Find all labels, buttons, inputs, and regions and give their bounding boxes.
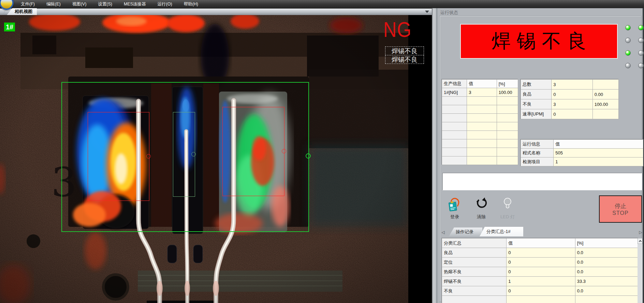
roi-defect-rect-left xyxy=(88,112,149,201)
clear-label: 清除 xyxy=(471,214,492,220)
menu-item-mes-connector[interactable]: MES连接器 xyxy=(119,0,151,8)
menu-item-run[interactable]: 运行(O) xyxy=(152,0,177,8)
table-cell xyxy=(497,148,518,156)
header-cell: [%] xyxy=(575,238,638,248)
status-led xyxy=(638,25,644,30)
table-cell xyxy=(442,148,467,156)
table-cell: 0 xyxy=(507,267,575,277)
table-cell xyxy=(442,114,467,122)
table-cell: 不良 xyxy=(521,99,552,109)
table-cell: 不良 xyxy=(442,286,507,296)
table-cell xyxy=(592,109,618,119)
table-cell: 100.00 xyxy=(592,99,618,109)
table-cell: 33.3 xyxy=(575,277,638,286)
scroll-up-icon[interactable] xyxy=(638,238,643,244)
run-info-table: 运行信息值程式名称505检测项目1 xyxy=(521,139,643,166)
table-cell xyxy=(442,97,467,105)
status-led xyxy=(638,50,644,56)
chevron-down-icon[interactable] xyxy=(425,11,429,13)
light-bulb-icon xyxy=(502,197,513,211)
roi-defect-rect-right xyxy=(222,107,284,196)
table-cell xyxy=(497,156,518,165)
status-led xyxy=(638,63,644,68)
tab-class-summary[interactable]: 分类汇总-1# xyxy=(480,227,523,236)
group-title-run-status: 运行状态 xyxy=(440,10,458,16)
menu-item-help[interactable]: 帮助(H) xyxy=(179,0,203,8)
header-cell: 值 xyxy=(467,80,497,88)
status-led xyxy=(638,38,644,43)
table-cell: 良品 xyxy=(442,248,507,258)
table-cell xyxy=(442,156,467,165)
roi-right-handle xyxy=(282,149,286,153)
stop-label-cn: 停止 xyxy=(600,202,641,210)
table-cell xyxy=(467,105,497,114)
table-cell xyxy=(497,122,518,131)
defect-label: 焊锡不良 xyxy=(385,55,424,64)
table-cell: 3 xyxy=(552,80,592,89)
table-cell: 定位 xyxy=(442,258,507,267)
inspection-result-label: NG xyxy=(383,17,412,42)
table-cell: 焊锡不良 xyxy=(442,277,507,286)
status-message-box xyxy=(442,173,642,190)
table-cell xyxy=(442,105,467,114)
login-button[interactable]: 登录 xyxy=(444,197,465,219)
table-cell xyxy=(592,80,618,89)
clear-button[interactable]: 清除 xyxy=(471,197,492,219)
header-cell: 值 xyxy=(554,140,643,149)
table-cell: 良品 xyxy=(521,89,552,99)
table-cell xyxy=(467,139,497,148)
clear-refresh-icon xyxy=(475,197,487,211)
table-cell: 速率[UPM] xyxy=(521,109,552,119)
table-cell: 检测项目 xyxy=(521,157,554,166)
table-cell xyxy=(467,114,497,122)
table-cell xyxy=(467,156,497,165)
menu-item-settings[interactable]: 设置(S) xyxy=(93,0,117,8)
menu-item-file[interactable]: 文件(F) xyxy=(16,0,40,8)
menu-bar: 文件(F) 编辑(E) 视图(V) 设置(S) MES连接器 运行(O) 帮助(… xyxy=(0,0,644,8)
table-cell xyxy=(497,105,518,114)
status-led xyxy=(625,50,631,56)
table-cell xyxy=(442,139,467,148)
table-cell: 0 xyxy=(507,286,575,296)
table-cell: 0.0 xyxy=(575,258,638,267)
status-led xyxy=(625,25,631,30)
table-cell xyxy=(497,139,518,148)
table-cell xyxy=(467,97,497,105)
table-cell: 1#[NG] xyxy=(442,88,467,97)
camera-id-badge: 1# xyxy=(4,23,15,31)
menu-item-view[interactable]: 视图(V) xyxy=(67,0,92,8)
result-banner: 焊锡不良 xyxy=(460,24,618,59)
table-cell xyxy=(467,148,497,156)
table-cell: 0 xyxy=(552,109,592,119)
status-led xyxy=(625,63,631,68)
defect-label: 焊锡不良 xyxy=(385,46,424,55)
table-cell: 3 xyxy=(467,88,497,97)
header-cell: 值 xyxy=(507,238,575,248)
totals-table: 总数3良品00.00不良3100.00速率[UPM]0 xyxy=(521,79,619,119)
vertical-scrollbar[interactable] xyxy=(638,238,643,303)
roi-left-handle xyxy=(146,154,151,159)
panel-splitter[interactable] xyxy=(432,8,438,303)
table-cell: 总数 xyxy=(521,80,552,89)
led-light-button[interactable]: LED 灯 xyxy=(495,197,520,219)
stop-button[interactable]: 停止 STOP xyxy=(599,195,642,223)
table-cell: 0.0 xyxy=(575,286,638,296)
table-cell xyxy=(467,131,497,139)
table-cell xyxy=(467,122,497,131)
tab-scroll-left-icon[interactable]: ◁ xyxy=(440,229,446,236)
table-cell xyxy=(442,131,467,139)
led-label: LED 灯 xyxy=(495,214,520,220)
table-cell: 505 xyxy=(554,149,643,157)
header-cell: 分类汇总 xyxy=(442,238,507,248)
tab-operation-log[interactable]: 操作记录 xyxy=(449,228,482,236)
header-cell: [%] xyxy=(497,80,518,88)
view-tab-strip xyxy=(0,8,432,15)
production-info-table: 生产信息值[%]1#[NG]3100.00 xyxy=(442,79,518,165)
tab-scroll-right-icon[interactable]: ▷ xyxy=(638,229,643,236)
table-cell: 0.0 xyxy=(575,248,638,258)
table-cell: 3 xyxy=(552,99,592,109)
table-cell: 0.00 xyxy=(592,89,618,99)
table-cell xyxy=(497,131,518,139)
menu-item-edit[interactable]: 编辑(E) xyxy=(41,0,66,8)
table-cell: 热熔不良 xyxy=(442,267,507,277)
